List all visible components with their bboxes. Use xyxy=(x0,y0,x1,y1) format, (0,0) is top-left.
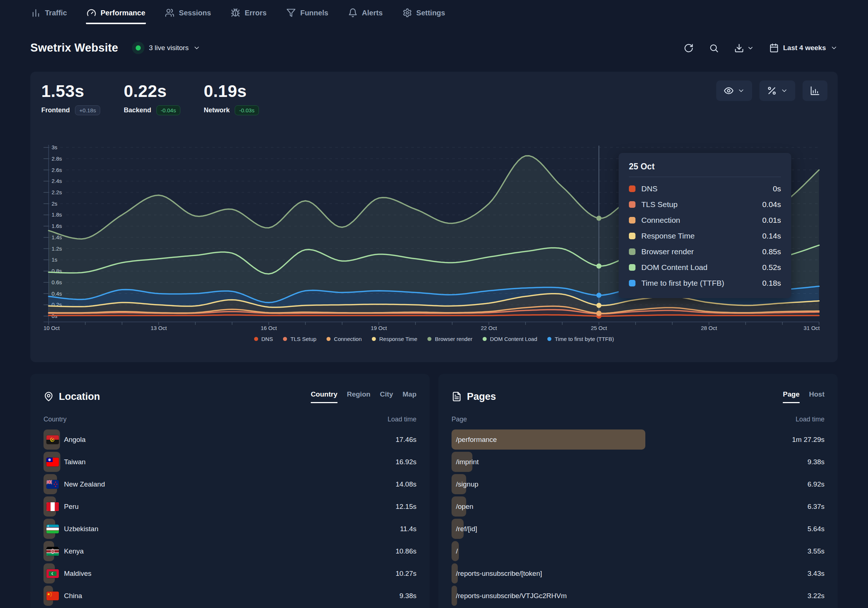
svg-text:28 Oct: 28 Oct xyxy=(701,325,718,331)
row-label: Taiwan xyxy=(64,458,85,466)
chart-legend: DNSTLS SetupConnectionResponse TimeBrows… xyxy=(30,336,838,342)
country-row-new-zealand[interactable]: New Zealand14.08s xyxy=(43,473,417,495)
page-row-[interactable]: /3.55s xyxy=(451,540,825,562)
row-label: New Zealand xyxy=(64,480,105,488)
country-row-kenya[interactable]: Kenya10.86s xyxy=(43,540,417,562)
row-label: /open xyxy=(456,503,473,511)
svg-text:22 Oct: 22 Oct xyxy=(481,325,497,331)
legend-item-time-to-first-byte-ttfb[interactable]: Time to first byte (TTFB) xyxy=(547,336,614,342)
legend-label: Response Time xyxy=(379,336,417,342)
row-label: /reports-unsubscribe/VTJGc2RHVm xyxy=(456,592,567,600)
country-row-angola[interactable]: Angola17.46s xyxy=(43,428,417,451)
users-icon xyxy=(165,8,174,17)
row-label: /signup xyxy=(456,480,478,488)
tooltip-date: 25 Oct xyxy=(629,162,781,177)
tooltip-metric-label: Response Time xyxy=(641,232,756,240)
country-row-taiwan[interactable]: Taiwan16.92s xyxy=(43,451,417,473)
tooltip-metric-label: TLS Setup xyxy=(641,200,756,209)
row-label: Maldives xyxy=(64,569,91,578)
nav-item-label: Funnels xyxy=(300,9,328,17)
nav-item-performance[interactable]: Performance xyxy=(86,5,146,24)
row-label: /performance xyxy=(456,436,497,444)
tooltip-metric-value: 0.85s xyxy=(762,247,781,256)
nav-item-traffic[interactable]: Traffic xyxy=(30,5,68,24)
nav-item-settings[interactable]: Settings xyxy=(402,5,446,24)
tab-city[interactable]: City xyxy=(380,390,393,403)
page-row-reports-unsubscribe-token[interactable]: /reports-unsubscribe/[token]3.43s xyxy=(451,562,825,585)
date-range-picker[interactable]: Last 4 weeks xyxy=(769,43,838,53)
page-row-ref-id[interactable]: /ref/[id]5.64s xyxy=(451,518,825,540)
tab-page[interactable]: Page xyxy=(783,390,799,403)
tooltip-metric-value: 0s xyxy=(773,184,781,193)
legend-item-tls-setup[interactable]: TLS Setup xyxy=(283,336,316,342)
country-row-peru[interactable]: Peru12.15s xyxy=(43,495,417,518)
location-columns: CountryLoad time xyxy=(43,415,417,423)
legend-item-browser-render[interactable]: Browser render xyxy=(428,336,473,342)
tooltip-metric-label: DOM Content Load xyxy=(641,263,756,272)
tooltip-metric-label: Browser render xyxy=(641,247,756,256)
flag-icon-nz xyxy=(46,480,59,489)
nav-item-errors[interactable]: Errors xyxy=(230,5,267,24)
search-icon xyxy=(709,43,719,53)
search-button[interactable] xyxy=(709,43,719,53)
legend-label: Time to first byte (TTFB) xyxy=(555,336,614,342)
legend-dot-icon xyxy=(547,337,551,341)
tooltip-swatch-icon xyxy=(629,201,636,208)
tooltip-metric-label: DNS xyxy=(641,184,767,193)
tab-region[interactable]: Region xyxy=(347,390,370,403)
legend-label: TLS Setup xyxy=(290,336,316,342)
country-row-china[interactable]: China9.38s xyxy=(43,585,417,607)
tooltip-metric-label: Connection xyxy=(641,216,756,225)
row-load-time: 14.08s xyxy=(395,480,417,488)
svg-text:2.8s: 2.8s xyxy=(51,155,62,162)
row-load-time: 3.43s xyxy=(808,569,825,578)
nav-item-sessions[interactable]: Sessions xyxy=(164,5,212,24)
load-time-bar xyxy=(451,541,459,561)
row-load-time: 3.55s xyxy=(808,547,825,555)
nav-item-alerts[interactable]: Alerts xyxy=(347,5,384,24)
legend-label: DOM Content Load xyxy=(490,336,537,342)
location-panel-title: Location xyxy=(43,391,100,403)
country-row-maldives[interactable]: Maldives10.27s xyxy=(43,562,417,585)
svg-text:31 Oct: 31 Oct xyxy=(804,325,820,331)
page-row-reports-unsubscribe-vtjgc2rhvm[interactable]: /reports-unsubscribe/VTJGc2RHVm3.22s xyxy=(451,585,825,607)
tab-country[interactable]: Country xyxy=(311,390,338,403)
legend-item-response-time[interactable]: Response Time xyxy=(372,336,417,342)
row-load-time: 10.86s xyxy=(395,547,417,555)
svg-text:2s: 2s xyxy=(51,201,57,207)
tooltip-row-dns: DNS0s xyxy=(629,181,781,196)
row-load-time: 5.64s xyxy=(808,525,825,533)
tab-host[interactable]: Host xyxy=(809,390,825,403)
nav-item-funnels[interactable]: Funnels xyxy=(285,5,329,24)
svg-text:3s: 3s xyxy=(51,144,57,150)
tooltip-metric-value: 0.04s xyxy=(762,200,781,209)
live-visitors-dropdown[interactable]: 3 live visitors xyxy=(132,42,200,54)
legend-dot-icon xyxy=(483,337,487,341)
row-label: /imprint xyxy=(456,458,479,466)
legend-label: DNS xyxy=(262,336,273,342)
page-row-open[interactable]: /open6.37s xyxy=(451,495,825,518)
tooltip-swatch-icon xyxy=(629,249,636,255)
export-button[interactable] xyxy=(734,43,754,53)
tooltip-row-browser-render: Browser render0.85s xyxy=(629,244,781,260)
legend-dot-icon xyxy=(428,337,431,341)
location-tabs: CountryRegionCityMap xyxy=(311,390,417,403)
refresh-button[interactable] xyxy=(684,43,694,53)
live-dot-halo xyxy=(132,42,144,54)
page-row-imprint[interactable]: /imprint9.38s xyxy=(451,451,825,473)
row-load-time: 12.15s xyxy=(395,503,417,511)
location-panel: Location CountryRegionCityMap CountryLoa… xyxy=(30,374,429,608)
country-row-uzbekistan[interactable]: Uzbekistan11.4s xyxy=(43,518,417,540)
tooltip-row-connection: Connection0.01s xyxy=(629,212,781,228)
svg-text:2.4s: 2.4s xyxy=(51,178,62,184)
legend-item-connection[interactable]: Connection xyxy=(327,336,362,342)
flag-icon-mv xyxy=(46,569,59,578)
tab-map[interactable]: Map xyxy=(403,390,417,403)
legend-item-dns[interactable]: DNS xyxy=(254,336,273,342)
page-row-performance[interactable]: /performance1m 27.29s xyxy=(451,428,825,451)
row-load-time: 6.37s xyxy=(808,503,825,511)
flag-icon-ao xyxy=(46,435,59,444)
legend-item-dom-content-load[interactable]: DOM Content Load xyxy=(483,336,537,342)
performance-chart-card: 1.53sFrontend+0.18s0.22sBackend-0.04s0.1… xyxy=(30,72,838,362)
page-row-signup[interactable]: /signup6.92s xyxy=(451,473,825,495)
